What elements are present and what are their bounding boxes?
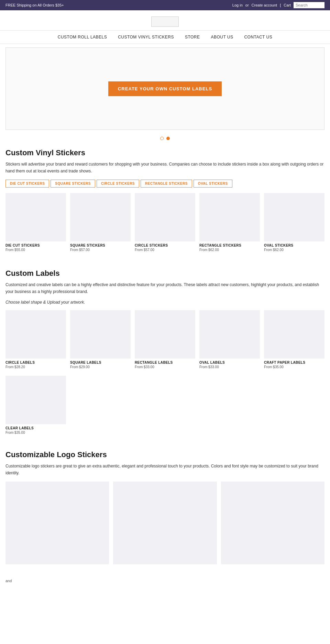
- vinyl-stickers-desc: Stickers will advertise your brand and r…: [6, 161, 324, 175]
- dot-2[interactable]: [166, 137, 170, 140]
- product-oval-img: [264, 193, 324, 241]
- shipping-notice: FREE Shipping on All Orders $35+: [6, 3, 64, 7]
- rectangle-labels-name: RECTANGLE LABELS: [135, 361, 195, 364]
- custom-labels-italic: Choose label shape & Upload your artwork…: [6, 300, 324, 305]
- product-die-cut-stickers[interactable]: DIE CUT STICKERS From $55.00: [6, 193, 66, 252]
- cart-link[interactable]: Cart: [284, 3, 291, 7]
- product-die-cut-img: [6, 193, 66, 241]
- product-square-name: SQUARE STICKERS: [70, 244, 131, 247]
- product-rectangle-labels[interactable]: RECTANGLE LABELS From $33.00: [135, 310, 195, 369]
- hero-dots: [0, 133, 330, 142]
- logo-stickers-title: Customizable Logo Stickers: [6, 450, 324, 459]
- logo-stickers-desc: Customizable logo stickers are great to …: [6, 463, 324, 477]
- circle-labels-price: From $28.20: [6, 365, 66, 369]
- nav-custom-roll-labels[interactable]: CUSTOM ROLL LABELS: [58, 35, 107, 39]
- rectangle-labels-price: From $33.00: [135, 365, 195, 369]
- logo-area: [0, 10, 330, 30]
- logo-sticker-3-img: [221, 482, 324, 564]
- logo-sticker-1[interactable]: [6, 482, 109, 566]
- dot-1[interactable]: [160, 137, 164, 140]
- or-text: or: [245, 3, 249, 7]
- top-bar-right: Log in or Create account [ Cart: [232, 2, 324, 8]
- hero-banner: CREATE YOUR OWN CUSTOM LABELS: [6, 47, 324, 130]
- search-input[interactable]: [294, 2, 324, 8]
- product-square-stickers[interactable]: SQUARE STICKERS From $57.00: [70, 193, 131, 252]
- circle-labels-name: CIRCLE LABELS: [6, 361, 66, 364]
- logo-sticker-3[interactable]: [221, 482, 324, 566]
- top-bar: FREE Shipping on All Orders $35+ Log in …: [0, 0, 330, 10]
- logo-sticker-1-img: [6, 482, 109, 564]
- vinyl-stickers-section: Custom Vinyl Stickers Stickers will adve…: [0, 142, 330, 262]
- clear-labels-name: CLEAR LABELS: [6, 426, 66, 430]
- product-oval-price: From $62.00: [264, 248, 324, 252]
- hero-cta-button[interactable]: CREATE YOUR OWN CUSTOM LABELS: [108, 81, 222, 96]
- product-oval-labels[interactable]: OVAL LABELS From $33.00: [199, 310, 260, 369]
- product-craft-paper-labels[interactable]: CRAFT PAPER LABELS From $35.00: [264, 310, 324, 369]
- product-rectangle-img: [199, 193, 260, 241]
- sticker-category-tabs: DIE CUT STICKERS SQUARE STICKERS CIRCLE …: [6, 180, 324, 188]
- square-labels-name: SQUARE LABELS: [70, 361, 131, 364]
- craft-paper-labels-name: CRAFT PAPER LABELS: [264, 361, 324, 364]
- labels-grid-row2: CLEAR LABELS From $35.00: [6, 376, 324, 434]
- cart-bracket-left: [: [280, 3, 281, 7]
- tab-rectangle-stickers[interactable]: RECTANGLE STICKERS: [141, 180, 192, 188]
- square-labels-img: [70, 310, 131, 359]
- logo-sticker-2-img: [113, 482, 217, 564]
- oval-labels-name: OVAL LABELS: [199, 361, 260, 364]
- circle-labels-img: [6, 310, 66, 359]
- product-rectangle-stickers[interactable]: RECTANGLE STICKERS From $62.00: [199, 193, 260, 252]
- nav-contact-us[interactable]: CONTACT US: [244, 35, 272, 39]
- labels-grid-row1: CIRCLE LABELS From $28.20 SQUARE LABELS …: [6, 310, 324, 369]
- login-link[interactable]: Log in: [232, 3, 243, 7]
- footer-and-text: and: [6, 579, 12, 583]
- product-oval-name: OVAL STICKERS: [264, 244, 324, 247]
- custom-labels-section: Custom Labels Customized and creative la…: [0, 262, 330, 443]
- craft-paper-labels-price: From $35.00: [264, 365, 324, 369]
- product-circle-price: From $57.00: [135, 248, 195, 252]
- custom-labels-title: Custom Labels: [6, 269, 324, 278]
- product-die-cut-price: From $55.00: [6, 248, 66, 252]
- tab-square-stickers[interactable]: SQUARE STICKERS: [51, 180, 95, 188]
- logo-stickers-section: Customizable Logo Stickers Customizable …: [0, 443, 330, 575]
- product-square-price: From $57.00: [70, 248, 131, 252]
- logo-stickers-grid: [6, 482, 324, 566]
- square-labels-price: From $29.00: [70, 365, 131, 369]
- clear-labels-img: [6, 376, 66, 424]
- vinyl-stickers-title: Custom Vinyl Stickers: [6, 148, 324, 157]
- footer-text: and: [0, 575, 330, 586]
- product-circle-name: CIRCLE STICKERS: [135, 244, 195, 247]
- product-circle-stickers[interactable]: CIRCLE STICKERS From $57.00: [135, 193, 195, 252]
- product-oval-stickers[interactable]: OVAL STICKERS From $62.00: [264, 193, 324, 252]
- craft-paper-labels-img: [264, 310, 324, 359]
- nav-custom-vinyl-stickers[interactable]: CUSTOM VINYL STICKERS: [118, 35, 174, 39]
- nav-store[interactable]: STORE: [185, 35, 200, 39]
- clear-labels-price: From $35.00: [6, 431, 66, 434]
- product-square-labels[interactable]: SQUARE LABELS From $29.00: [70, 310, 131, 369]
- main-nav: CUSTOM ROLL LABELS CUSTOM VINYL STICKERS…: [0, 30, 330, 44]
- product-clear-labels[interactable]: CLEAR LABELS From $35.00: [6, 376, 66, 434]
- tab-circle-stickers[interactable]: CIRCLE STICKERS: [97, 180, 139, 188]
- create-account-link[interactable]: Create account: [252, 3, 277, 7]
- product-square-img: [70, 193, 131, 241]
- product-circle-labels[interactable]: CIRCLE LABELS From $28.20: [6, 310, 66, 369]
- rectangle-labels-img: [135, 310, 195, 359]
- logo-sticker-2[interactable]: [113, 482, 217, 566]
- nav-about-us[interactable]: ABOUT US: [211, 35, 233, 39]
- custom-labels-desc: Customized and creative labels can be a …: [6, 281, 324, 295]
- product-die-cut-name: DIE CUT STICKERS: [6, 244, 66, 247]
- product-rectangle-name: RECTANGLE STICKERS: [199, 244, 260, 247]
- oval-labels-price: From $33.00: [199, 365, 260, 369]
- product-circle-img: [135, 193, 195, 241]
- vinyl-stickers-grid: DIE CUT STICKERS From $55.00 SQUARE STIC…: [6, 193, 324, 252]
- tab-die-cut-stickers[interactable]: DIE CUT STICKERS: [6, 180, 49, 188]
- oval-labels-img: [199, 310, 260, 359]
- product-rectangle-price: From $62.00: [199, 248, 260, 252]
- logo: [151, 16, 179, 27]
- tab-oval-stickers[interactable]: OVAL STICKERS: [194, 180, 232, 188]
